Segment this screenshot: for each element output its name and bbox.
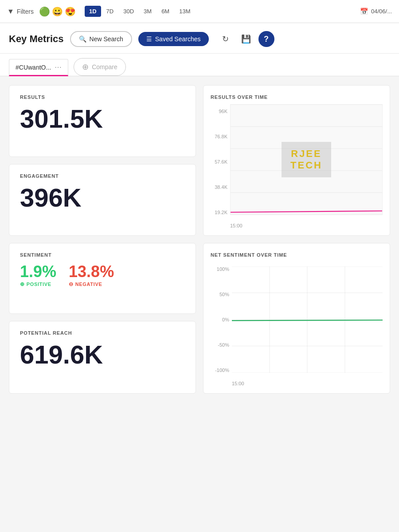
results-card: RESULTS 301.5K <box>9 85 196 157</box>
engagement-label: ENGAGEMENT <box>20 173 185 179</box>
rot-chart-title: RESULTS OVER TIME <box>211 94 383 100</box>
engagement-value: 396K <box>20 185 185 211</box>
filter-icon: ▼ <box>7 8 14 16</box>
reach-card: POTENTIAL REACH 619.6K <box>9 321 196 394</box>
positive-sentiment: 1.9% ⊕ POSITIVE <box>20 264 56 287</box>
search-icon: 🔍 <box>79 35 86 43</box>
reach-label: POTENTIAL REACH <box>20 330 185 336</box>
results-over-time-card: RESULTS OVER TIME 96K 76.8K 57.6K 38.4K … <box>203 85 390 236</box>
compare-button[interactable]: ⊕ Compare <box>74 58 126 76</box>
sentiment-card: SENTIMENT 1.9% ⊕ POSITIVE 13.8% ⊖ NEGATI… <box>9 243 196 314</box>
time-btn-30d[interactable]: 30D <box>119 6 138 17</box>
reach-value: 619.6K <box>20 342 185 368</box>
emoji-2: 😀 <box>52 6 63 17</box>
refresh-button[interactable]: ↻ <box>218 31 234 47</box>
page-header: Key Metrics 🔍 New Search ☰ Saved Searche… <box>0 23 399 54</box>
filters-section: ▼ Filters <box>7 8 34 16</box>
rot-y-axis: 96K 76.8K 57.6K 38.4K 19.2K <box>211 109 227 215</box>
emoji-icons: 🟢 😀 😍 <box>39 6 76 17</box>
filters-label[interactable]: Filters <box>17 8 34 15</box>
save-icon: 💾 <box>241 34 251 44</box>
rot-y-576k: 57.6K <box>211 159 227 164</box>
sentiment-label: SENTIMENT <box>20 252 185 258</box>
time-btn-6m[interactable]: 6M <box>157 6 174 17</box>
nso-y-0p: 0% <box>211 317 229 322</box>
new-search-button[interactable]: 🔍 New Search <box>70 31 132 47</box>
date-value: 04/06/... <box>371 8 392 15</box>
save-button[interactable]: 💾 <box>238 31 254 47</box>
positive-text: POSITIVE <box>27 282 51 287</box>
top-bar: ▼ Filters 🟢 😀 😍 1D 7D 30D 3M 6M 13M 📅 04… <box>0 0 399 23</box>
negative-icon: ⊖ <box>69 281 74 287</box>
nso-y-n50p: -50% <box>211 342 229 348</box>
emoji-3: 😍 <box>65 6 76 17</box>
engagement-card: ENGAGEMENT 396K <box>9 164 196 236</box>
saved-searches-label: Saved Searches <box>155 35 201 43</box>
nso-x-label: 15:00 <box>232 381 244 386</box>
positive-label: ⊕ POSITIVE <box>20 281 51 287</box>
sentiment-values: 1.9% ⊕ POSITIVE 13.8% ⊖ NEGATIVE <box>20 264 185 287</box>
rot-y-96k: 96K <box>211 109 227 114</box>
list-icon: ☰ <box>146 35 152 43</box>
help-icon: ? <box>264 35 269 44</box>
negative-pct: 13.8% <box>69 264 114 280</box>
time-btn-7d[interactable]: 7D <box>102 6 118 17</box>
rot-y-768k: 76.8K <box>211 134 227 139</box>
rot-y-384k: 38.4K <box>211 184 227 190</box>
positive-icon: ⊕ <box>20 281 25 287</box>
calendar-icon: 📅 <box>360 8 368 16</box>
emoji-1: 🟢 <box>39 6 50 17</box>
results-value: 301.5K <box>20 106 185 132</box>
rot-x-label: 15:00 <box>230 223 243 228</box>
main-content: RESULTS 301.5K RESULTS OVER TIME 96K 76.… <box>0 76 399 403</box>
positive-pct: 1.9% <box>20 264 56 280</box>
page-title: Key Metrics <box>9 33 64 45</box>
time-btn-1d[interactable]: 1D <box>85 6 101 17</box>
time-btn-13m[interactable]: 13M <box>175 6 195 17</box>
nso-y-50p: 50% <box>211 292 229 297</box>
rot-y-192k: 19.2K <box>211 210 227 215</box>
nso-chart-title: NET SENTIMENT OVER TIME <box>211 252 383 258</box>
net-sentiment-over-time-card: NET SENTIMENT OVER TIME 100% 50% 0% -50%… <box>203 243 390 394</box>
time-period-buttons: 1D 7D 30D 3M 6M 13M <box>85 6 195 17</box>
search-tab-area: #CUwantO... ⋯ ⊕ Compare <box>0 54 399 76</box>
new-search-label: New Search <box>90 35 123 43</box>
date-display: 📅 04/06/... <box>360 8 392 16</box>
nso-chart: 100% 50% 0% -50% -100% <box>211 262 383 386</box>
plus-icon: ⊕ <box>82 62 89 72</box>
compare-label: Compare <box>92 63 117 70</box>
negative-text: NEGATIVE <box>75 282 102 287</box>
search-tag[interactable]: #CUwantO... ⋯ <box>9 59 68 76</box>
nso-y-n100p: -100% <box>211 368 229 373</box>
time-btn-3m[interactable]: 3M <box>139 6 156 17</box>
nso-chart-area <box>232 266 383 373</box>
saved-searches-button[interactable]: ☰ Saved Searches <box>138 32 209 46</box>
rot-chart: 96K 76.8K 57.6K 38.4K 19.2K <box>211 104 383 228</box>
negative-sentiment: 13.8% ⊖ NEGATIVE <box>69 264 114 287</box>
negative-label: ⊖ NEGATIVE <box>69 281 102 287</box>
header-actions: ↻ 💾 ? <box>218 31 274 47</box>
nso-y-axis: 100% 50% 0% -50% -100% <box>211 266 229 373</box>
refresh-icon: ↻ <box>222 34 229 44</box>
search-tag-label: #CUwantO... <box>16 64 51 71</box>
results-label: RESULTS <box>20 94 185 100</box>
more-options-icon[interactable]: ⋯ <box>55 63 62 71</box>
rot-chart-area <box>230 104 383 215</box>
help-button[interactable]: ? <box>258 31 274 47</box>
nso-y-100p: 100% <box>211 266 229 272</box>
